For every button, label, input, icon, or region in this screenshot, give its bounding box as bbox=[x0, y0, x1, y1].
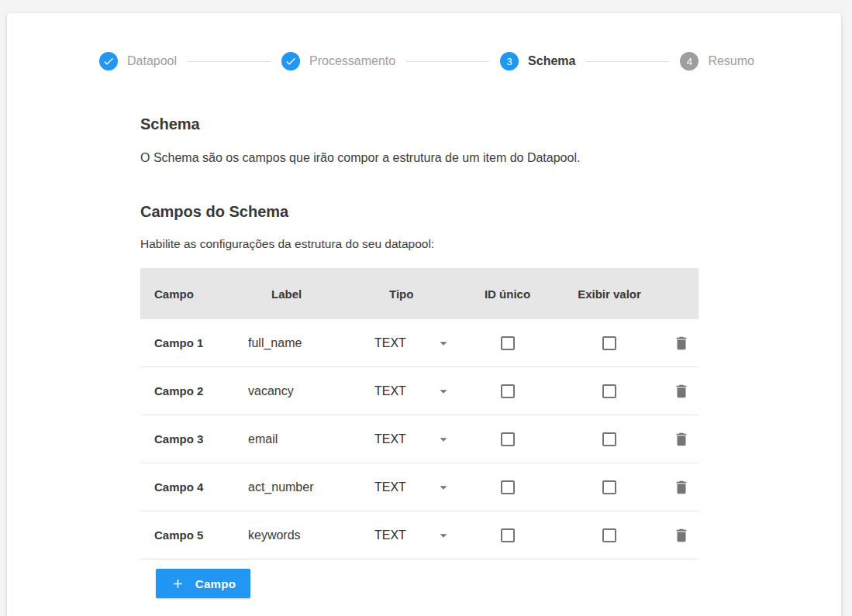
delete-row-button[interactable] bbox=[671, 381, 692, 401]
step-processamento[interactable]: Processamento bbox=[281, 52, 395, 71]
page-description: O Schema são os campos que irão compor a… bbox=[140, 150, 699, 166]
subsection-title: Campos do Schema bbox=[140, 202, 699, 221]
trash-icon bbox=[673, 479, 690, 496]
schema-fields-table: Campo Label Tipo ID único Exibir valor C… bbox=[140, 268, 699, 559]
stepper: Datapool Processamento 3 Schema 4 Resumo bbox=[7, 52, 841, 71]
campo-label-value[interactable]: keywords bbox=[248, 528, 374, 542]
campo-name: Campo 5 bbox=[140, 528, 248, 542]
step-resumo-number: 4 bbox=[687, 56, 692, 67]
trash-icon bbox=[673, 383, 690, 400]
step-schema-number: 3 bbox=[506, 56, 512, 67]
tipo-select-value: TEXT bbox=[374, 528, 406, 542]
campo-name: Campo 1 bbox=[140, 336, 248, 349]
tipo-select[interactable]: TEXT bbox=[374, 431, 452, 448]
tipo-select[interactable]: TEXT bbox=[374, 527, 452, 544]
delete-row-button[interactable] bbox=[671, 429, 692, 449]
step-resumo-circle: 4 bbox=[680, 52, 699, 71]
add-campo-button-label: Campo bbox=[195, 577, 236, 590]
subsection-description: Habilite as configurações da estrutura d… bbox=[140, 236, 699, 251]
exibir-valor-checkbox[interactable] bbox=[602, 336, 616, 350]
stepper-connector bbox=[188, 61, 271, 62]
id-unico-checkbox[interactable] bbox=[501, 432, 515, 446]
schema-section: Schema O Schema são os campos que irão c… bbox=[140, 115, 699, 598]
delete-row-button[interactable] bbox=[671, 333, 692, 353]
step-schema-circle: 3 bbox=[500, 52, 519, 71]
wizard-card: Datapool Processamento 3 Schema 4 Resumo… bbox=[7, 13, 841, 616]
exibir-valor-checkbox[interactable] bbox=[602, 384, 616, 398]
check-icon bbox=[102, 55, 115, 67]
stepper-connector bbox=[406, 61, 489, 62]
id-unico-checkbox[interactable] bbox=[501, 480, 515, 494]
column-header-campo: Campo bbox=[140, 287, 248, 301]
trash-icon bbox=[673, 335, 690, 352]
exibir-valor-checkbox[interactable] bbox=[602, 432, 616, 446]
column-header-exibir-valor: Exibir valor bbox=[555, 287, 664, 301]
campo-name: Campo 3 bbox=[140, 432, 248, 446]
trash-icon bbox=[673, 431, 690, 448]
campo-name: Campo 4 bbox=[140, 480, 248, 494]
stepper-connector bbox=[586, 61, 669, 62]
page-title: Schema bbox=[140, 115, 699, 133]
campo-label-value[interactable]: email bbox=[248, 432, 374, 446]
tipo-select[interactable]: TEXT bbox=[374, 335, 452, 352]
step-datapool-circle bbox=[99, 52, 118, 71]
step-processamento-circle bbox=[281, 52, 300, 71]
tipo-select-value: TEXT bbox=[374, 336, 406, 350]
chevron-down-icon bbox=[435, 431, 452, 448]
step-resumo-label: Resumo bbox=[708, 54, 754, 68]
table-row: Campo 1 full_name TEXT bbox=[140, 319, 699, 367]
chevron-down-icon bbox=[435, 335, 452, 352]
trash-icon bbox=[673, 527, 690, 544]
campo-name: Campo 2 bbox=[140, 384, 248, 397]
table-row: Campo 4 act_number TEXT bbox=[140, 463, 699, 511]
delete-row-button[interactable] bbox=[671, 525, 692, 545]
column-header-id-unico: ID único bbox=[460, 287, 555, 301]
campo-label-value[interactable]: act_number bbox=[248, 480, 374, 494]
column-header-tipo: Tipo bbox=[374, 287, 460, 301]
column-header-label: Label bbox=[248, 287, 374, 301]
add-campo-button[interactable]: Campo bbox=[156, 569, 250, 598]
tipo-select-value: TEXT bbox=[374, 432, 406, 446]
step-datapool[interactable]: Datapool bbox=[99, 52, 177, 71]
table-row: Campo 5 keywords TEXT bbox=[140, 511, 699, 559]
table-row: Campo 2 vacancy TEXT bbox=[140, 367, 699, 415]
chevron-down-icon bbox=[435, 383, 452, 400]
step-schema[interactable]: 3 Schema bbox=[500, 52, 575, 71]
campo-label-value[interactable]: full_name bbox=[248, 336, 374, 350]
table-header: Campo Label Tipo ID único Exibir valor bbox=[140, 268, 699, 319]
step-datapool-label: Datapool bbox=[127, 54, 177, 68]
id-unico-checkbox[interactable] bbox=[501, 528, 515, 542]
delete-row-button[interactable] bbox=[671, 477, 692, 497]
tipo-select-value: TEXT bbox=[374, 480, 406, 494]
exibir-valor-checkbox[interactable] bbox=[602, 480, 616, 494]
id-unico-checkbox[interactable] bbox=[501, 336, 515, 350]
table-row: Campo 3 email TEXT bbox=[140, 415, 699, 463]
chevron-down-icon bbox=[435, 479, 452, 496]
chevron-down-icon bbox=[435, 527, 452, 544]
step-resumo[interactable]: 4 Resumo bbox=[680, 52, 754, 71]
plus-icon bbox=[171, 576, 185, 591]
step-schema-label: Schema bbox=[528, 54, 575, 68]
exibir-valor-checkbox[interactable] bbox=[602, 528, 616, 542]
tipo-select-value: TEXT bbox=[374, 384, 406, 398]
campo-label-value[interactable]: vacancy bbox=[248, 384, 374, 398]
check-icon bbox=[285, 55, 297, 67]
step-processamento-label: Processamento bbox=[309, 54, 395, 68]
tipo-select[interactable]: TEXT bbox=[374, 479, 452, 496]
tipo-select[interactable]: TEXT bbox=[374, 383, 452, 400]
id-unico-checkbox[interactable] bbox=[501, 384, 515, 398]
